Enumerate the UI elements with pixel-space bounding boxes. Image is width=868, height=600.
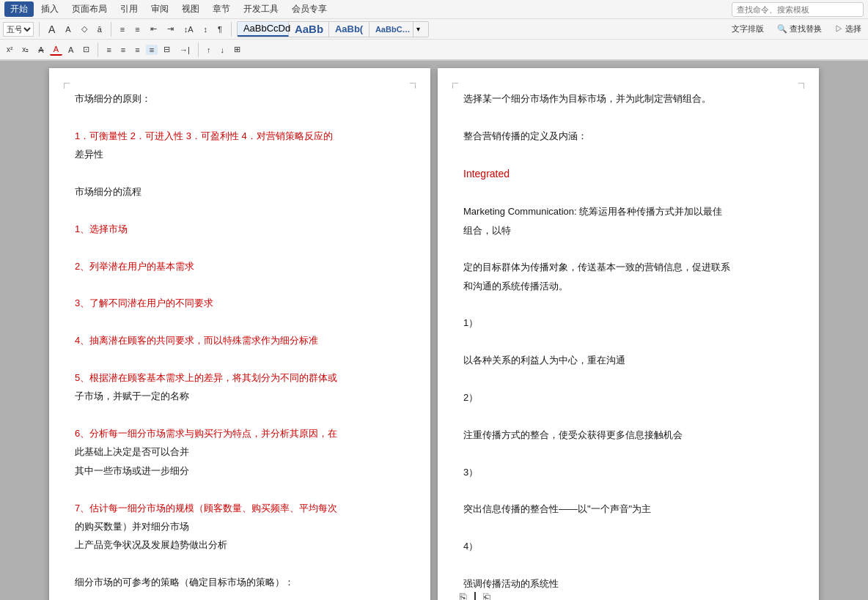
left-p9 [75,239,405,256]
menu-reference[interactable]: 引用 [114,1,144,17]
right-p12 [463,296,793,313]
font-clear-btn[interactable]: ◇ [78,23,91,34]
right-p26 [463,557,793,574]
left-p22 [75,481,405,497]
decrease-spacing-btn[interactable]: ↓ [216,45,228,55]
left-p8: 1、选择市场 [75,221,405,237]
list-ordered-btn[interactable]: ≡ [131,24,143,34]
right-tools: 文字排版 🔍 查找替换 ▷ 选择 [728,23,865,35]
corner-tl [64,83,70,89]
left-p26 [75,555,405,572]
menu-page-layout[interactable]: 页面布局 [66,1,113,17]
search-box[interactable] [732,2,864,17]
align-left-btn[interactable]: ≡ [103,45,114,55]
indent-increase-btn[interactable]: ⇥ [163,23,177,34]
left-p16: 5、根据潜在顾客基本需求上的差异，将其划分为不同的群体或 [75,369,405,386]
copy-icon[interactable]: ⎗ [483,591,490,600]
indent-decrease-btn[interactable]: ⇤ [147,23,161,34]
right-p19: 注重传播方式的整合，使受众获得更多信息接触机会 [463,426,793,443]
font-color-btn[interactable]: A [50,44,62,56]
separator2 [111,22,111,37]
left-page-content: 市场细分的原则： 1．可衡量性 2．可进入性 3．可盈利性 4．对营销策略反应的… [75,90,405,600]
menu-chapter[interactable]: 章节 [207,1,236,17]
left-p27: 细分市场的可参考的策略（确定目标市场的策略）： [75,574,405,590]
select-btn[interactable]: ▷ 选择 [831,23,865,35]
menu-developer[interactable]: 开发工具 [238,1,284,17]
right-p13: 1） [463,314,793,331]
right-page: 选择某一个细分市场作为目标市场，并为此制定营销组合。 整合营销传播的定义及内涵：… [438,68,819,600]
left-p3: 1．可衡量性 2．可进入性 3．可盈利性 4．对营销策略反应的 [75,127,405,144]
left-p23: 7、估计每一细分市场的规模（顾客数量、购买频率、平均每次 [75,500,405,516]
menu-bar: 开始 插入 页面布局 引用 审阅 视图 章节 开发工具 会员专享 [0,0,868,19]
align-justify-btn[interactable]: ≡ [146,45,158,55]
columns-btn[interactable]: ⊟ [160,44,174,55]
right-p14 [463,333,793,350]
right-corner-tl [452,83,458,89]
separator4 [98,42,98,57]
search-input[interactable] [737,5,858,14]
left-p1: 市场细分的原则： [75,90,405,107]
left-p20: 此基础上决定是否可以合并 [75,443,405,460]
subscript-btn[interactable]: x₂ [18,45,32,54]
ribbon-row1: 五号 四号 三号 A A ◇ ā ≡ ≡ ⇤ ⇥ ↕A ↕ ¶ AaBbCcDd… [0,19,868,40]
menu-review[interactable]: 审阅 [145,1,174,17]
font-smaller-btn[interactable]: A [62,24,74,34]
find-replace-btn[interactable]: 🔍 查找替换 [773,23,825,35]
pinyin-btn[interactable]: ā [94,24,106,34]
ribbon-row2: x² x₂ A A A ⊡ ≡ ≡ ≡ ≡ ⊟ →| ↑ ↓ ⊞ [0,40,868,60]
style-box: AaBbCcDd AaBb AaBb( AaBbC… ▾ [237,21,429,37]
paragraph-btn[interactable]: ¶ [214,24,226,34]
tab-btn[interactable]: →| [176,45,194,55]
left-page: 市场细分的原则： 1．可衡量性 2．可进入性 3．可盈利性 4．对营销策略反应的… [49,68,430,600]
right-p11: 和沟通的系统传播活动。 [463,278,793,295]
sort-btn[interactable]: ↕A [180,24,197,34]
style-more-btn[interactable]: ▾ [413,22,428,37]
style-h2-preview: AaBb( [329,22,369,37]
list-unordered-btn[interactable]: ≡ [117,24,128,34]
style-h1-preview: AaBb [289,22,329,37]
toolbar-area: 开始 插入 页面布局 引用 审阅 视图 章节 开发工具 会员专享 五号 四号 三… [0,0,868,61]
menu-vip[interactable]: 会员专享 [286,1,333,17]
left-p14: 4、抽离潜在顾客的共同要求，而以特殊需求作为细分标准 [75,332,405,349]
right-p2 [463,108,793,125]
left-p7 [75,201,405,218]
text-format-btn[interactable]: 文字排版 [728,23,768,35]
separator5 [198,42,199,57]
superscript-btn[interactable]: x² [3,45,16,54]
left-p13 [75,314,405,330]
increase-spacing-btn[interactable]: ↑ [203,45,215,55]
left-p18 [75,407,405,423]
align-right-btn[interactable]: ≡ [131,45,143,55]
left-p21: 其中一些市场或进一步细分 [75,462,405,479]
left-p5 [75,165,405,182]
right-p27: 强调传播活动的系统性 [463,575,793,592]
table-btn[interactable]: ⊞ [230,44,244,55]
right-p28 [463,593,793,600]
text-cursor [474,592,476,600]
font-larger-btn[interactable]: A [45,23,59,36]
left-p6: 市场细分的流程 [75,183,405,200]
menu-start[interactable]: 开始 [4,1,34,17]
font-size-select[interactable]: 五号 四号 三号 [3,22,34,37]
right-p3: 整合营销传播的定义及内涵： [463,127,793,144]
left-p2 [75,108,405,125]
menu-view[interactable]: 视图 [176,1,205,17]
strikethrough-btn[interactable]: A [34,45,47,55]
right-p21: 3） [463,464,793,481]
right-p4 [463,146,793,163]
left-p12: 3、了解不同潜在用户的不同要求 [75,295,405,311]
right-p20 [463,445,793,462]
menu-insert[interactable]: 插入 [35,1,65,17]
right-p6 [463,185,793,201]
highlight-btn[interactable]: A [65,45,77,55]
separator3 [231,22,232,37]
right-p18 [463,407,793,424]
line-spacing-btn[interactable]: ↕ [200,24,212,34]
right-p24 [463,519,793,536]
left-p11 [75,276,405,293]
paste-icon[interactable]: ⎘ [460,591,467,600]
align-center-btn[interactable]: ≡ [117,45,129,55]
border-btn[interactable]: ⊡ [79,44,93,55]
right-p25: 4） [463,538,793,555]
left-p15 [75,350,405,367]
